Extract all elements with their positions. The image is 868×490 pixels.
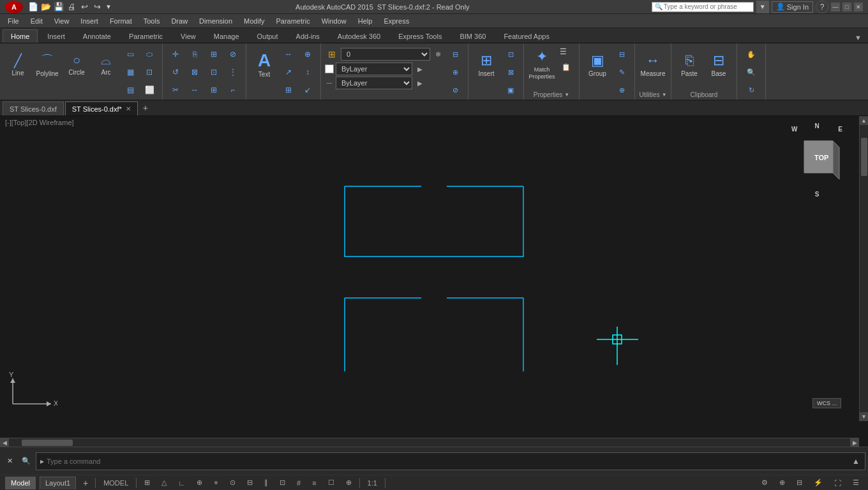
cmd-search-btn[interactable]: 🔍 <box>19 454 33 468</box>
tab-insert[interactable]: Insert <box>39 29 73 43</box>
rectangle-btn[interactable]: ▭ <box>121 46 139 63</box>
menu-window[interactable]: Window <box>317 14 352 27</box>
vertical-scrollbar[interactable]: ▲ ▼ <box>859 116 868 421</box>
doc-tab-2[interactable]: ST Slices-0.dxf* ✕ <box>65 101 138 115</box>
model-indicator[interactable]: MODEL <box>100 477 132 489</box>
selection-cycle-btn[interactable]: ⊕ <box>342 477 355 489</box>
hscroll-thumb[interactable] <box>22 440 73 446</box>
annotation-small2[interactable]: ↕ <box>299 64 317 80</box>
group-tool-btn[interactable]: ▣ Group <box>583 46 611 83</box>
close-btn[interactable]: ✕ <box>854 3 863 11</box>
stretch-btn[interactable]: ⊞ <box>205 46 223 63</box>
scale-btn[interactable]: ⊡ <box>205 64 223 80</box>
orbit-btn[interactable]: ↻ <box>742 82 760 98</box>
layout-tab-layout1[interactable]: Layout1 <box>40 477 76 489</box>
scroll-up-btn[interactable]: ▲ <box>860 116 869 125</box>
horizontal-scrollbar[interactable]: ◀ ▶ <box>0 438 859 447</box>
menu-parametric[interactable]: Parametric <box>271 14 315 27</box>
tab-autodesk360[interactable]: Autodesk 360 <box>329 29 389 43</box>
utilities-group-label[interactable]: Utilities ▼ <box>639 90 667 98</box>
properties-group-label[interactable]: Properties ▼ <box>528 90 575 98</box>
measure-tool-btn[interactable]: ↔ Measure <box>639 46 667 83</box>
annotation-scale-btn[interactable]: 1:1 <box>364 477 381 489</box>
doc-tab-2-close[interactable]: ✕ <box>126 105 131 112</box>
lineweight-btn[interactable]: ≡ <box>308 477 320 489</box>
isoplane-btn[interactable]: ⋄ <box>210 477 222 489</box>
layer-dropdown[interactable]: 0 <box>341 48 430 61</box>
pan-btn[interactable]: ✋ <box>742 46 760 63</box>
scrollbar-thumb[interactable] <box>861 138 867 176</box>
menu-modify[interactable]: Modify <box>239 14 269 27</box>
osnap-toggle-btn[interactable]: ⊙ <box>226 477 239 489</box>
erase-btn[interactable]: ⊘ <box>224 46 242 63</box>
info-btn[interactable]: ? <box>816 1 828 13</box>
print-btn[interactable]: 🖨 <box>65 1 78 13</box>
ortho-toggle-btn[interactable]: ∟ <box>174 477 189 489</box>
redo-btn[interactable]: ↪ <box>91 1 103 13</box>
tab-home[interactable]: Home <box>3 29 38 43</box>
rotate-btn[interactable]: ↺ <box>167 64 184 80</box>
insert-tool-btn[interactable]: ⊞ Insert <box>472 46 500 83</box>
match-properties-btn[interactable]: ✦ MatchProperties <box>528 46 556 83</box>
sign-in-btn[interactable]: 👤 Sign In <box>772 1 813 13</box>
hatch-btn[interactable]: ▦ <box>121 64 139 80</box>
move-btn[interactable]: ✛ <box>167 46 184 63</box>
tab-bim360[interactable]: BIM 360 <box>451 29 494 43</box>
fullscreen-btn[interactable]: ⛶ <box>830 477 845 489</box>
customization-btn[interactable]: ☰ <box>849 477 863 489</box>
leader-btn[interactable]: ↗ <box>280 64 297 80</box>
table-btn[interactable]: ⊞ <box>280 82 297 98</box>
text-tool-btn[interactable]: A Text <box>250 46 278 83</box>
save-btn[interactable]: 💾 <box>52 1 65 13</box>
hardware-accel-btn[interactable]: ⚡ <box>810 477 827 489</box>
menu-help[interactable]: Help <box>353 14 378 27</box>
tab-featured-apps[interactable]: Featured Apps <box>495 29 558 43</box>
maximize-btn[interactable]: □ <box>842 3 851 11</box>
cmd-expand-btn[interactable]: ▲ <box>851 456 861 466</box>
mirror-btn[interactable]: ⊠ <box>186 64 204 80</box>
doc-tab-1[interactable]: ST Slices-0.dxf <box>3 101 64 115</box>
3dosnap-btn[interactable]: ⊟ <box>243 477 257 489</box>
annotation-small1[interactable]: ⊕ <box>299 46 317 63</box>
search-input[interactable] <box>664 3 747 10</box>
polyline-tool-btn[interactable]: ⌒ Polyline <box>33 46 61 83</box>
undo-btn[interactable]: ↩ <box>78 1 91 13</box>
color-swatch[interactable] <box>325 64 334 73</box>
ducs-btn[interactable]: ⊡ <box>276 477 289 489</box>
scroll-left-btn[interactable]: ◀ <box>0 438 9 447</box>
cmd-close-btn[interactable]: ✕ <box>3 454 17 468</box>
layer-btn3[interactable]: ⊘ <box>446 82 464 98</box>
layout-tab-model[interactable]: Model <box>5 477 36 489</box>
extend-btn[interactable]: ↔ <box>186 82 204 98</box>
wipeout-btn[interactable]: ⬜ <box>140 82 158 98</box>
isolate-obj-btn[interactable]: ⊟ <box>793 477 806 489</box>
menu-insert[interactable]: Insert <box>75 14 103 27</box>
nav-cube-svg[interactable]: TOP <box>791 138 842 189</box>
list-prop-btn[interactable]: 📋 <box>557 59 575 75</box>
command-input[interactable] <box>47 457 848 465</box>
group-edit-btn[interactable]: ✎ <box>613 64 631 80</box>
arc-tool-btn[interactable]: ⌓ Arc <box>92 46 120 83</box>
ellipse-btn[interactable]: ⬭ <box>140 46 158 63</box>
annotation-vis-btn[interactable]: ⊕ <box>775 477 789 489</box>
search-settings-btn[interactable]: ▼ <box>756 1 769 13</box>
search-box[interactable]: 🔍 <box>652 2 754 12</box>
add-layout-btn[interactable]: + <box>80 477 91 489</box>
array-btn[interactable]: ⊞ <box>205 82 223 98</box>
workspace-btn[interactable]: ⚙ <box>758 477 772 489</box>
grid-toggle-btn[interactable]: ⊞ <box>140 477 154 489</box>
circle-tool-btn[interactable]: ○ Circle <box>63 46 91 83</box>
fillet-btn[interactable]: ⌐ <box>224 82 242 98</box>
line-tool-btn[interactable]: ╱ Line <box>4 46 32 83</box>
linetype-dropdown[interactable]: ByLayer <box>336 77 412 89</box>
tab-annotate[interactable]: Annotate <box>75 29 119 43</box>
open-file-btn[interactable]: 📂 <box>40 1 52 13</box>
wcs-indicator[interactable]: WCS ... <box>812 398 841 408</box>
menu-express[interactable]: Express <box>378 14 414 27</box>
polar-toggle-btn[interactable]: ⊕ <box>193 477 206 489</box>
tab-parametric[interactable]: Parametric <box>121 29 171 43</box>
app-menu-button[interactable]: A <box>5 1 23 13</box>
tab-manage[interactable]: Manage <box>206 29 248 43</box>
annotation-small3[interactable]: ↙ <box>299 82 317 98</box>
explode-btn[interactable]: ⋮ <box>224 64 242 80</box>
